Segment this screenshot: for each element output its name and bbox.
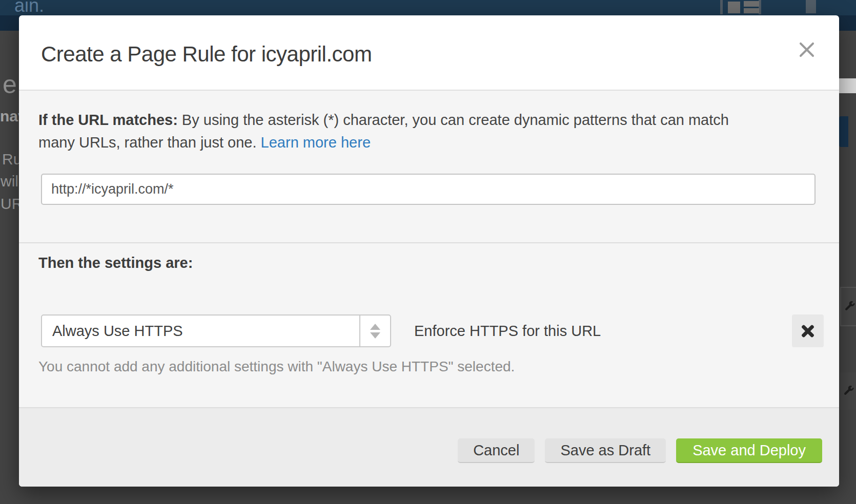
remove-setting-button[interactable] <box>792 314 824 347</box>
section-divider <box>19 242 839 243</box>
cancel-button[interactable]: Cancel <box>458 438 535 463</box>
wrench-icon <box>840 372 856 410</box>
learn-more-link[interactable]: Learn more here <box>261 134 371 151</box>
bg-text-fragment: will <box>1 173 19 190</box>
site-header-bar: ain. <box>0 0 856 15</box>
setting-select[interactable]: Always Use HTTPS <box>41 314 391 347</box>
create-page-rule-modal: Create a Page Rule for icyapril.com If t… <box>19 15 839 487</box>
modal-title: Create a Page Rule for icyapril.com <box>41 42 372 67</box>
background-right-band <box>839 78 856 93</box>
modal-body: If the URL matches: By using the asteris… <box>19 90 839 407</box>
save-as-draft-button[interactable]: Save as Draft <box>545 438 666 463</box>
setting-row: Always Use HTTPS Enforce HTTPS for this … <box>19 314 839 347</box>
bg-text-fragment: Ru <box>2 151 19 168</box>
header-icon <box>806 0 816 13</box>
bg-text-fragment: nav <box>0 108 19 125</box>
url-match-description: If the URL matches: By using the asteris… <box>38 109 729 154</box>
url-match-label: If the URL matches: <box>38 112 178 128</box>
bg-text-fragment: UR <box>1 195 19 213</box>
setting-note: You cannot add any additional settings w… <box>38 359 515 375</box>
save-and-deploy-button[interactable]: Save and Deploy <box>676 438 822 463</box>
close-icon[interactable] <box>794 37 820 62</box>
url-match-desc-line2: many URLs, rather than just one. <box>38 134 261 151</box>
modal-footer: Cancel Save as Draft Save and Deploy <box>19 407 839 487</box>
settings-label: Then the settings are: <box>38 255 193 271</box>
url-match-desc-line1: By using the asterisk (*) character, you… <box>178 112 729 128</box>
background-blue-button-edge <box>839 116 848 147</box>
select-spinner-icon[interactable] <box>359 316 390 346</box>
wrench-icon <box>840 287 856 326</box>
setting-description: Enforce HTTPS for this URL <box>414 314 601 347</box>
url-pattern-input[interactable] <box>41 174 816 205</box>
background-left-strip: e nav Ru will UR <box>0 31 19 504</box>
bg-text-fragment: e <box>3 70 17 99</box>
header-text-fragment: ain. <box>14 0 44 16</box>
layout-grid-icon <box>720 0 761 14</box>
setting-select-value: Always Use HTTPS <box>42 323 183 340</box>
